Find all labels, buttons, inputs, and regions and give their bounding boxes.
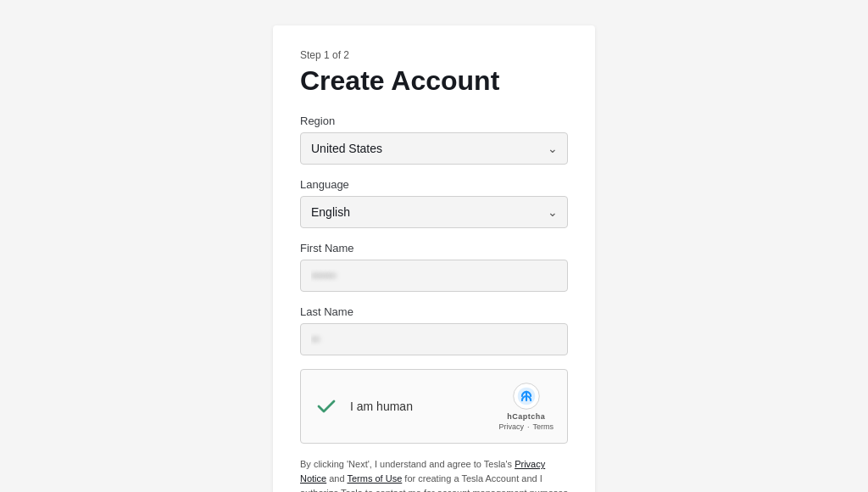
captcha-terms-link[interactable]: Terms bbox=[533, 422, 554, 431]
last-name-field-group: Last Name bbox=[300, 305, 568, 355]
region-select[interactable]: United States Canada United Kingdom Aust… bbox=[300, 132, 568, 165]
last-name-label: Last Name bbox=[300, 305, 568, 318]
region-field-group: Region United States Canada United Kingd… bbox=[300, 115, 568, 165]
step-indicator: Step 1 of 2 bbox=[300, 49, 568, 61]
language-label: Language bbox=[300, 178, 568, 191]
first-name-field-group: First Name bbox=[300, 242, 568, 292]
legal-text: By clicking 'Next', I understand and agr… bbox=[300, 457, 568, 492]
captcha-label: I am human bbox=[350, 400, 413, 413]
captcha-checkmark-icon bbox=[314, 394, 338, 418]
first-name-input[interactable] bbox=[300, 260, 568, 292]
create-account-form: Step 1 of 2 Create Account Region United… bbox=[273, 25, 595, 492]
captcha-widget[interactable]: I am human hCaptcha Privacy · Terms bbox=[300, 369, 568, 444]
last-name-input[interactable] bbox=[300, 323, 568, 355]
captcha-links: Privacy · Terms bbox=[498, 422, 554, 431]
region-select-wrapper: United States Canada United Kingdom Aust… bbox=[300, 132, 568, 165]
first-name-label: First Name bbox=[300, 242, 568, 254]
language-select[interactable]: English Spanish French German Chinese Ja… bbox=[300, 196, 568, 228]
captcha-privacy-link[interactable]: Privacy bbox=[498, 422, 524, 431]
region-label: Region bbox=[300, 115, 568, 127]
page-title: Create Account bbox=[300, 66, 568, 96]
captcha-brand-label: hCaptcha bbox=[507, 412, 545, 421]
language-select-wrapper: English Spanish French German Chinese Ja… bbox=[300, 196, 568, 228]
hcaptcha-logo bbox=[512, 382, 541, 411]
terms-of-use-link[interactable]: Terms of Use bbox=[347, 473, 402, 484]
captcha-left: I am human bbox=[314, 394, 413, 418]
captcha-right: hCaptcha Privacy · Terms bbox=[498, 382, 554, 431]
language-field-group: Language English Spanish French German C… bbox=[300, 178, 568, 228]
